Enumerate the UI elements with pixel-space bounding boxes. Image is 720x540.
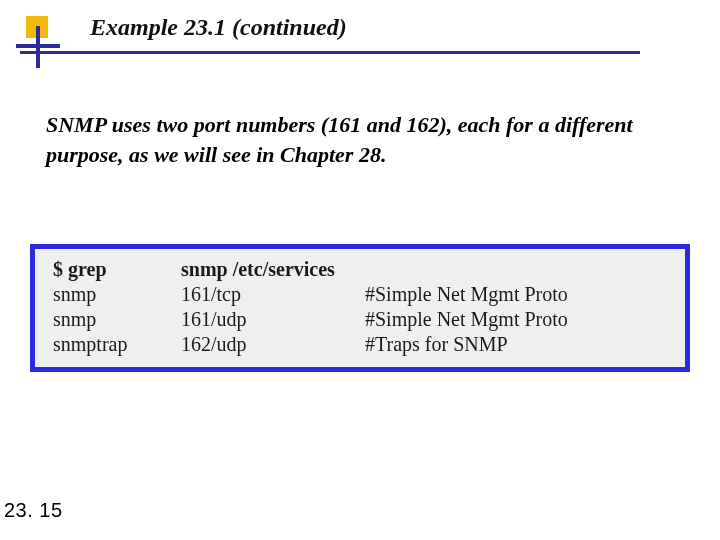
terminal-row: snmp 161/tcp #Simple Net Mgmt Proto bbox=[49, 282, 671, 307]
service-name: snmp bbox=[49, 307, 177, 332]
terminal-table: $ grep snmp /etc/services snmp 161/tcp #… bbox=[49, 257, 671, 357]
title-underline bbox=[20, 51, 640, 54]
service-port: 161/udp bbox=[177, 307, 361, 332]
title-block: Example 23.1 (continued) bbox=[90, 14, 700, 54]
terminal-header-comment bbox=[361, 257, 671, 282]
terminal-output-box: $ grep snmp /etc/services snmp 161/tcp #… bbox=[30, 244, 690, 372]
terminal-row: snmptrap 162/udp #Traps for SNMP bbox=[49, 332, 671, 357]
body-paragraph: SNMP uses two port numbers (161 and 162)… bbox=[46, 110, 682, 169]
slide-title: Example 23.1 (continued) bbox=[90, 14, 700, 41]
page-number: 23. 15 bbox=[4, 499, 63, 522]
corner-horizontal-bar-icon bbox=[16, 44, 60, 48]
service-comment: #Traps for SNMP bbox=[361, 332, 671, 357]
terminal-command: $ grep bbox=[49, 257, 177, 282]
service-comment: #Simple Net Mgmt Proto bbox=[361, 282, 671, 307]
service-name: snmp bbox=[49, 282, 177, 307]
service-port: 161/tcp bbox=[177, 282, 361, 307]
service-name: snmptrap bbox=[49, 332, 177, 357]
terminal-header-row: $ grep snmp /etc/services bbox=[49, 257, 671, 282]
terminal-row: snmp 161/udp #Simple Net Mgmt Proto bbox=[49, 307, 671, 332]
service-port: 162/udp bbox=[177, 332, 361, 357]
corner-decoration bbox=[8, 16, 64, 72]
service-comment: #Simple Net Mgmt Proto bbox=[361, 307, 671, 332]
terminal-argument: snmp /etc/services bbox=[177, 257, 361, 282]
